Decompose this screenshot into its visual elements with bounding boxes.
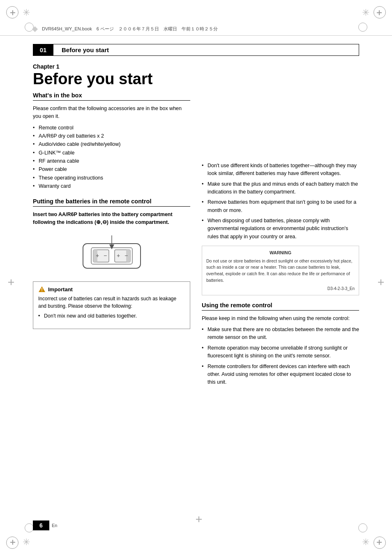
- left-column: What's in the box Please confirm that th…: [33, 92, 190, 391]
- corner-decoration-tr: [367, 4, 388, 25]
- deco-shape-tr: ✳: [362, 8, 369, 17]
- important-heading: ! Important: [38, 286, 185, 292]
- chapter-label: Chapter 1: [33, 63, 359, 70]
- list-item: These operating instructions: [33, 174, 190, 182]
- inner-corner-tr: [358, 23, 367, 32]
- battery-bullets-continued: Don't use different kinds of batteries t…: [202, 162, 359, 295]
- warning-code: D3-4-2-3-3_En: [206, 286, 355, 292]
- chapter-number: 01: [33, 44, 53, 56]
- list-item: Remote control: [33, 124, 190, 132]
- svg-text:−: −: [103, 252, 106, 259]
- warning-text: Do not use or store batteries in direct …: [206, 258, 355, 284]
- important-bullets: Don't mix new and old batteries together…: [38, 312, 185, 320]
- mid-crosshair-right: [378, 279, 384, 285]
- deco-shape-tl: ✳: [23, 8, 30, 17]
- deco-shape-bl: ✳: [23, 538, 30, 547]
- list-item: Don't mix new and old batteries together…: [38, 312, 185, 320]
- chapter-header: 01 Before you start: [33, 44, 359, 56]
- list-item: Remote operation may become unreliable i…: [202, 344, 359, 360]
- inner-corner-tl: [25, 23, 34, 32]
- svg-rect-0: [83, 244, 141, 268]
- warning-box: WARNING Do not use or store batteries in…: [202, 246, 359, 295]
- batteries-heading: Putting the batteries in the remote cont…: [33, 198, 190, 207]
- file-info-bar: DVR645H_WY_EN.book 6 ページ ２００６年７月５日 水曜日 午…: [0, 23, 392, 36]
- inner-corner-br: [358, 523, 367, 532]
- batteries-instruction: Insert two AA/R6P batteries into the bat…: [33, 211, 190, 227]
- corner-decoration-tl: [4, 4, 25, 25]
- list-item: Remote controllers for different devices…: [202, 363, 359, 387]
- important-box: ! Important Incorrect use of batteries c…: [33, 281, 190, 329]
- list-item: Remove batteries from equipment that isn…: [202, 198, 359, 214]
- using-remote-heading: Using the remote control: [202, 302, 359, 311]
- page-number: 6: [33, 520, 49, 530]
- svg-text:−: −: [124, 252, 127, 259]
- whats-in-box-list: Remote control AA/R6P dry cell batteries…: [33, 124, 190, 191]
- corner-decoration-bl: [4, 530, 25, 551]
- inner-corner-bl: [25, 523, 34, 532]
- svg-text:+: +: [95, 252, 99, 259]
- svg-text:!: !: [41, 288, 43, 292]
- whats-in-box-heading: What's in the box: [33, 92, 190, 101]
- mid-crosshair-left: [8, 279, 14, 285]
- right-column: Don't use different kinds of batteries t…: [202, 92, 359, 391]
- page-footer: 6 En: [33, 520, 57, 530]
- battery-illustration: + − + −: [33, 231, 190, 276]
- battery-right-list: Don't use different kinds of batteries t…: [202, 162, 359, 241]
- important-intro-text: Incorrect use of batteries can result in…: [38, 295, 185, 310]
- list-item: When disposing of used batteries, please…: [202, 217, 359, 241]
- mid-crosshair-bottom: [196, 516, 202, 522]
- chapter-title: Before you start: [33, 71, 359, 88]
- warning-triangle-icon: !: [38, 286, 46, 292]
- deco-shape-br: ✳: [362, 538, 369, 547]
- corner-decoration-br: [367, 530, 388, 551]
- page-lang: En: [52, 523, 57, 528]
- svg-text:+: +: [116, 252, 120, 259]
- warning-title: WARNING: [206, 249, 355, 256]
- list-item: RF antenna cable: [33, 157, 190, 165]
- list-item: Don't use different kinds of batteries t…: [202, 162, 359, 178]
- file-info-text: DVR645H_WY_EN.book 6 ページ ２００６年７月５日 水曜日 午…: [42, 26, 218, 32]
- list-item: Audio/video cable (red/white/yellow): [33, 140, 190, 148]
- whats-in-box-intro: Please confirm that the following access…: [33, 105, 190, 121]
- using-remote-section: Using the remote control Please keep in …: [202, 302, 359, 387]
- two-column-content: What's in the box Please confirm that th…: [33, 92, 359, 391]
- list-item: AA/R6P dry cell batteries x 2: [33, 132, 190, 140]
- using-remote-intro: Please keep in mind the following when u…: [202, 315, 359, 322]
- battery-svg: + − + −: [71, 231, 153, 276]
- big-title-area: Chapter 1 Before you start: [33, 63, 359, 88]
- list-item: Make sure that there are no obstacles be…: [202, 326, 359, 342]
- batteries-section: Putting the batteries in the remote cont…: [33, 198, 190, 329]
- list-item: Make sure that the plus and minus ends o…: [202, 180, 359, 196]
- list-item: Power cable: [33, 166, 190, 173]
- whats-in-box-section: What's in the box Please confirm that th…: [33, 92, 190, 191]
- important-label: Important: [48, 286, 73, 292]
- list-item: G-LINK™ cable: [33, 149, 190, 157]
- chapter-header-title: Before you start: [53, 44, 359, 56]
- using-remote-list: Make sure that there are no obstacles be…: [202, 326, 359, 387]
- list-item: Warranty card: [33, 182, 190, 190]
